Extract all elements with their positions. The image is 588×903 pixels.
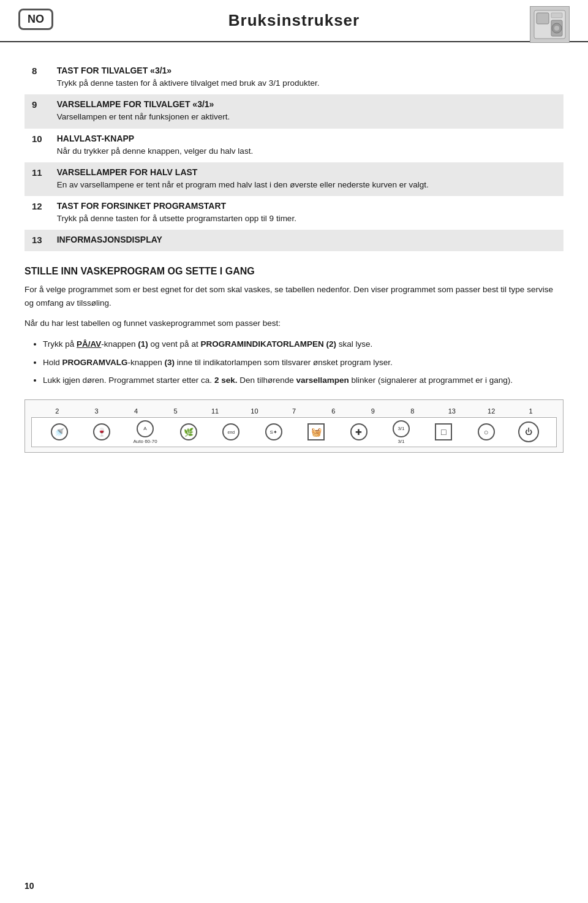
diagram-number: 4: [125, 407, 147, 415]
table-row: 8TAST FOR TILVALGET «3/1»Trykk på denne …: [24, 61, 564, 94]
diagram-icon: 🧺: [305, 423, 327, 440]
bullet-text-part: blinker (signalerer at programmet er i g…: [349, 376, 513, 385]
table-row: 11VARSELLAMPER FOR HALV LASTEn av varsel…: [24, 162, 564, 196]
row-content: INFORMASJONSDISPLAY: [50, 230, 564, 251]
diagram-circle-icon: 🌿: [180, 423, 197, 440]
svg-rect-2: [551, 13, 562, 18]
table-row: 13INFORMASJONSDISPLAY: [24, 230, 564, 251]
bullet-text-part: skal lyse.: [336, 339, 372, 349]
diagram-icon: ○: [475, 423, 497, 440]
language-badge: NO: [18, 9, 53, 30]
row-content: TAST FOR TILVALGET «3/1»Trykk på denne t…: [50, 61, 564, 94]
diagram-icon: 🍷: [91, 423, 113, 440]
bullet-text-part: PÅ/AV: [77, 339, 101, 349]
bullet-text-part: -knappen: [101, 339, 138, 349]
bullet-text-part: Trykk på: [43, 339, 77, 349]
diagram-square-icon: □: [435, 423, 452, 440]
svg-rect-1: [537, 13, 549, 24]
bullet-text-part: (3): [165, 358, 175, 367]
appliance-image: [530, 6, 570, 43]
bullet-text-part: PROGRAMINDIKATORLAMPEN (2): [200, 339, 336, 349]
diagram-number: 2: [46, 407, 68, 415]
section-para1: For å velge programmet som er best egnet…: [24, 283, 564, 309]
row-title: VARSELLAMPE FOR TILVALGET «3/1»: [57, 99, 556, 109]
diagram-icon-label: 3/1: [398, 439, 404, 444]
bullet-text-part: PROGRAMVALG: [62, 358, 128, 367]
diagram-circle-icon: 🍷: [93, 423, 110, 440]
diagram-circle-icon: end: [222, 423, 239, 440]
bullet-list: Trykk på PÅ/AV-knappen (1) og vent på at…: [24, 338, 564, 387]
diagram-circle-icon: ✚: [350, 423, 368, 440]
row-desc: Varsellampen er tent når funksjonen er a…: [57, 112, 230, 121]
row-desc: Når du trykker på denne knappen, velger …: [57, 146, 253, 156]
row-title: HALVLAST-KNAPP: [57, 134, 556, 143]
row-title: TAST FOR TILVALGET «3/1»: [57, 66, 556, 75]
diagram-icon: 3/13/1: [390, 420, 412, 444]
diagram-icon: ⏻: [518, 421, 540, 442]
bullet-text-part: -knappen: [128, 358, 165, 367]
page-title: Bruksinstrukser: [228, 11, 360, 30]
diagram-icon: end: [220, 423, 242, 440]
diagram-square-icon: 🧺: [307, 423, 325, 440]
row-content: TAST FOR FORSINKET PROGRAMSTARTTrykk på …: [50, 196, 564, 230]
diagram-circle-icon: 3/1: [393, 420, 410, 437]
bullet-text-part: Hold: [43, 358, 62, 367]
row-number: 11: [24, 162, 50, 196]
row-title: VARSELLAMPER FOR HALV LAST: [57, 167, 556, 177]
diagram-numbers: 23451110769813121: [31, 407, 557, 415]
page-number: 10: [24, 881, 34, 891]
section-heading: STILLE INN VASKEPROGRAM OG SETTE I GANG: [24, 266, 564, 277]
diagram-number: 1: [520, 407, 542, 415]
diagram-number: 5: [165, 407, 187, 415]
diagram-number: 12: [480, 407, 502, 415]
list-item: Trykk på PÅ/AV-knappen (1) og vent på at…: [43, 338, 564, 351]
table-row: 9VARSELLAMPE FOR TILVALGET «3/1»Varsella…: [24, 94, 564, 128]
diagram-power-button: ⏻: [518, 421, 539, 442]
row-number: 10: [24, 129, 50, 162]
list-item: Hold PROGRAMVALG-knappen (3) inne til in…: [43, 356, 564, 369]
row-number: 12: [24, 196, 50, 230]
diagram-icon: 🌿: [178, 423, 200, 440]
main-content: 8TAST FOR TILVALGET «3/1»Trykk på denne …: [0, 42, 588, 471]
diagram-circle-icon: 🚿: [51, 423, 68, 440]
table-row: 12TAST FOR FORSINKET PROGRAMSTARTTrykk p…: [24, 196, 564, 230]
row-desc: Trykk på denne tasten for å utsette prog…: [57, 214, 296, 223]
diagram-number: 11: [204, 407, 226, 415]
diagram-icon: S✦: [263, 423, 285, 440]
table-row: 10HALVLAST-KNAPPNår du trykker på denne …: [24, 129, 564, 162]
diagram-icon-label: Auto 60-70: [133, 439, 157, 444]
diagram-icons-row: 🚿🍷AAuto 60-70🌿endS✦🧺✚3/13/1□○⏻: [31, 417, 557, 447]
diagram-number: 3: [86, 407, 108, 415]
diagram-icon: 🚿: [48, 423, 70, 440]
diagram-icon: ✚: [348, 423, 370, 440]
row-content: HALVLAST-KNAPPNår du trykker på denne kn…: [50, 129, 564, 162]
diagram-number: 6: [322, 407, 344, 415]
diagram-number: 13: [441, 407, 463, 415]
list-item: Lukk igjen døren. Programmet starter ett…: [43, 374, 564, 387]
diagram-number: 9: [362, 407, 384, 415]
diagram-circle-icon: A: [137, 420, 154, 437]
info-table: 8TAST FOR TILVALGET «3/1»Trykk på denne …: [24, 61, 564, 251]
bullet-text-part: Den tilhørende: [237, 376, 296, 385]
page-header: NO Bruksinstrukser: [0, 0, 588, 42]
bullet-text-part: varsellampen: [296, 376, 349, 385]
bullet-text-part: og vent på at: [148, 339, 201, 349]
bullet-text-part: inne til indikatorlampen som tilsvarer ø…: [175, 358, 393, 367]
bullet-text-part: 2 sek.: [214, 376, 238, 385]
row-content: VARSELLAMPER FOR HALV LASTEn av varsella…: [50, 162, 564, 196]
row-desc: Trykk på denne tasten for å aktivere til…: [57, 78, 320, 88]
diagram-circle-icon: S✦: [265, 423, 282, 440]
diagram-number: 7: [283, 407, 305, 415]
diagram-circle-icon: ○: [478, 423, 495, 440]
row-title: INFORMASJONSDISPLAY: [57, 235, 556, 244]
diagram-number: 8: [401, 407, 423, 415]
control-panel-diagram: 23451110769813121 🚿🍷AAuto 60-70🌿endS✦🧺✚3…: [24, 399, 564, 453]
row-number: 8: [24, 61, 50, 94]
section-para2: Når du har lest tabellen og funnet vaske…: [24, 317, 564, 330]
diagram-icon: □: [432, 423, 454, 440]
row-number: 13: [24, 230, 50, 251]
diagram-number: 10: [243, 407, 265, 415]
row-desc: En av varsellampene er tent når et progr…: [57, 180, 429, 189]
bullet-text-part: Lukk igjen døren. Programmet starter ett…: [43, 376, 214, 385]
diagram-icon: AAuto 60-70: [133, 420, 157, 444]
